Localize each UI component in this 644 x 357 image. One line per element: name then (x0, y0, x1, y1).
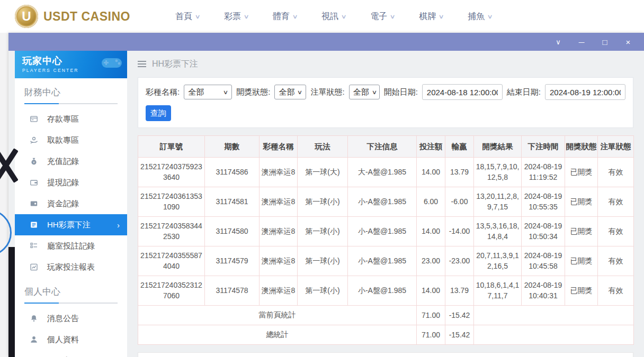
table-cell: 澳洲幸运8 (260, 276, 298, 306)
table-row: 215217240352312706031174578澳洲幸运8第一球(小)小-… (138, 276, 634, 306)
summary-bet-total: 71.00 (417, 306, 445, 325)
window-titlebar: ∨─□× (8, 33, 644, 51)
column-header: 下注信息 (348, 136, 417, 158)
nav-item[interactable]: 電子∨ (358, 0, 407, 33)
table-cell: 第一球(小) (298, 217, 348, 246)
nav-item-label: 彩票 (224, 11, 241, 22)
column-header: 彩種名稱 (260, 136, 298, 158)
table-cell: 已開獎 (565, 246, 598, 276)
sidebar-item-password[interactable]: 修改密碼 (15, 350, 127, 357)
order-status-select[interactable]: 全部∨ (349, 85, 380, 99)
recharge-record-icon: ¥ (30, 157, 38, 166)
summary-label: 總統計 (138, 325, 417, 345)
nav-item[interactable]: 捕魚∨ (455, 0, 504, 33)
nav-item[interactable]: 彩票∨ (212, 0, 261, 33)
table-summary-row: 當前頁統計71.00-15.42 (138, 306, 634, 325)
table-cell: 14.00 (417, 276, 445, 306)
brand-logo[interactable]: U USDT CASINO (15, 5, 130, 28)
sidebar-item-deposit[interactable]: 存款專區 (15, 108, 127, 130)
sidebar-item-withdraw-record[interactable]: 提現記錄 (15, 172, 127, 193)
table-cell: 第一球(大) (298, 158, 348, 187)
funds-record-icon (30, 199, 38, 208)
nav-item[interactable]: 棋牌∨ (407, 0, 455, 33)
nav-item-label: 視訊 (321, 11, 338, 22)
page-gutter (0, 33, 8, 357)
table-cell: 澳洲幸运8 (260, 187, 298, 217)
lottery-name-select[interactable]: 全部∨ (184, 85, 232, 99)
table-row: 215217240355587404031174579澳洲幸运8第一球(小)小-… (138, 246, 634, 276)
table-cell: 第一球(小) (298, 276, 348, 306)
sidebar: 玩家中心 PLAYERS CENTER 財務中心存款專區取款專區¥充值記錄提現記… (15, 51, 127, 357)
nav-item[interactable]: 體育∨ (261, 0, 309, 33)
table-cell: 小-A盤@1.985 (348, 276, 417, 306)
withdraw-record-icon (30, 178, 38, 187)
nav-item[interactable]: 視訊∨ (309, 0, 358, 33)
chevron-down-icon: ∨ (292, 13, 298, 20)
sidebar-item-notice[interactable]: 消息公告 (15, 308, 127, 329)
table-cell: 有效 (598, 217, 634, 246)
menu-icon[interactable] (138, 61, 146, 67)
table-cell: 31174580 (205, 217, 260, 246)
sidebar-item-recharge-record[interactable]: ¥充值記錄 (15, 151, 127, 172)
column-header: 下注時間 (522, 136, 565, 158)
sidebar-item-withdraw[interactable]: 取款專區 (15, 130, 127, 151)
sidebar-item-label: HH彩票下注 (47, 220, 91, 230)
filter-panel: 彩種名稱:全部∨開獎狀態:全部∨注單狀態:全部∨開始日期:結束日期: 查詢 (138, 77, 633, 128)
sidebar-item-funds-record[interactable]: 資金記錄 (15, 193, 127, 214)
table-cell: -23.00 (445, 246, 474, 276)
search-button[interactable]: 查詢 (146, 105, 171, 121)
sidebar-item-label: 玩家投注報表 (47, 262, 95, 272)
table-row: 215217240358344253031174580澳洲幸运8第一球(小)小-… (138, 217, 634, 246)
window-maximize-button[interactable]: □ (593, 33, 616, 51)
table-cell: 大-A盤@1.985 (348, 158, 417, 187)
bet-records-panel: 訂單號期數彩種名稱玩法下注信息投注額輸贏開獎結果下注時間開獎狀態注單狀態2152… (138, 135, 633, 345)
table-cell: 13.79 (445, 276, 474, 306)
table-cell: 14.00 (417, 158, 445, 187)
table-header-row: 訂單號期數彩種名稱玩法下注信息投注額輸贏開獎結果下注時間開獎狀態注單狀態 (138, 136, 634, 158)
start-date-input[interactable] (422, 84, 503, 100)
sidebar-item-player-report[interactable]: 玩家投注報表 (15, 257, 127, 278)
background-x-graphic (0, 148, 15, 183)
window-collapse-button[interactable]: ∨ (547, 33, 570, 51)
window-close-button[interactable]: × (616, 33, 640, 51)
sidebar-item-label: 充值記錄 (47, 157, 79, 167)
column-header: 玩法 (298, 136, 348, 158)
profile-icon (30, 335, 38, 344)
background-dark-strip (8, 247, 15, 357)
sidebar-item-room-bet-record[interactable]: 廳室投註記錄 (15, 235, 127, 257)
draw-status-select[interactable]: 全部∨ (274, 85, 306, 99)
table-cell: -14.00 (445, 217, 474, 246)
table-cell: 14.00 (417, 217, 445, 246)
table-cell: 2024-08-19 11:19:52 (522, 158, 565, 187)
deposit-icon (30, 115, 38, 123)
main-content: HH彩票下注 彩種名稱:全部∨開獎狀態:全部∨注單狀態:全部∨開始日期:結束日期… (127, 51, 644, 357)
section-divider (24, 103, 118, 104)
table-cell: -6.00 (445, 187, 474, 217)
gamepad-icon (100, 54, 124, 71)
draw-status-label: 開獎狀態: (236, 87, 270, 97)
lottery-name-value: 全部 (188, 87, 204, 97)
table-cell: 2152172403613531090 (138, 187, 205, 217)
notice-icon (30, 314, 38, 323)
table-cell: 31174578 (205, 276, 260, 306)
sidebar-item-lottery-bet[interactable]: HH彩票下注› (15, 214, 127, 235)
column-header: 開獎結果 (474, 136, 522, 158)
filter-row: 彩種名稱:全部∨開獎狀態:全部∨注單狀態:全部∨開始日期:結束日期: (146, 84, 625, 100)
end-date-label: 結束日期: (507, 87, 541, 97)
sidebar-section-title: 個人中心 (24, 286, 127, 298)
column-header: 輸贏 (445, 136, 474, 158)
end-date-input[interactable] (545, 84, 625, 100)
page-title: HH彩票下注 (152, 59, 198, 70)
nav-item-label: 棋牌 (419, 11, 436, 22)
withdraw-icon (30, 136, 38, 144)
lottery-bet-icon (30, 221, 38, 229)
window-minimize-button[interactable]: ─ (570, 33, 593, 51)
nav-item-label: 電子 (370, 11, 387, 22)
nav-item[interactable]: 首頁∨ (163, 0, 212, 33)
order-status-value: 全部 (353, 87, 369, 97)
sidebar-item-profile[interactable]: 個人資料 (15, 329, 127, 350)
table-cell: 2024-08-19 10:45:58 (522, 246, 565, 276)
nav-item-label: 捕魚 (468, 11, 485, 22)
bet-records-table: 訂單號期數彩種名稱玩法下注信息投注額輸贏開獎結果下注時間開獎狀態注單狀態2152… (138, 135, 634, 345)
table-cell: 10,18,6,1,4,17,11,7 (474, 276, 522, 306)
